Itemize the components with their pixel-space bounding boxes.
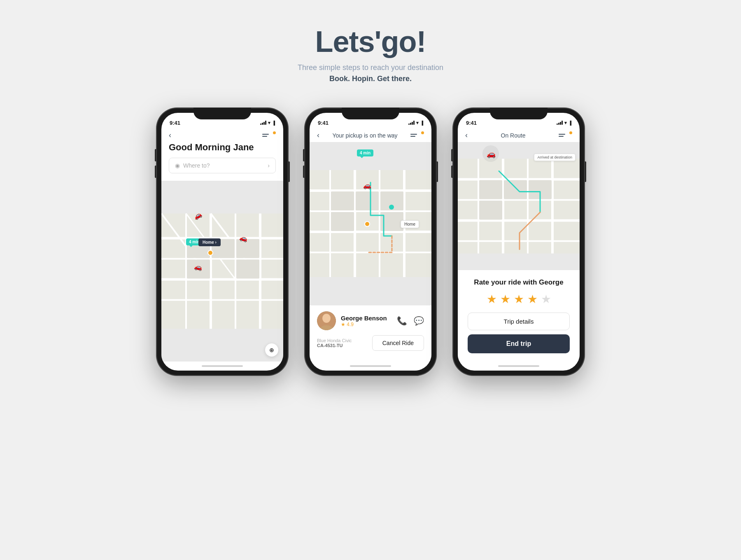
battery-icon-1: ▐ [272,121,275,125]
star-4[interactable]: ★ [527,292,538,306]
end-trip-button[interactable]: End trip [468,334,570,353]
star-2[interactable]: ★ [500,292,510,306]
driver-name: George Benson [341,315,392,322]
user-location-dot [207,250,213,256]
battery-icon-2: ▐ [420,121,423,125]
car-marker-3: 🚗 [194,262,203,271]
driver-rating: ★ 4.9 [341,322,392,327]
svg-rect-46 [479,201,502,220]
map-2: 4 min 🚗 Home [310,142,431,305]
driver-panel: George Benson ★ 4.9 📞 💬 Blue Honda Civic… [310,305,431,362]
rating-title: Rate your ride with George [468,278,570,287]
notch-1 [193,108,251,119]
nav-bar-2: ‹ Your pickup is on the way [310,128,431,142]
nav-title-2: Your pickup is on the way [332,132,397,139]
map-3: 🚗 Arrived at destination [458,142,580,270]
time-3: 9:41 [466,120,477,126]
arrow-icon: › [268,162,270,169]
wifi-icon-3: ▾ [564,120,567,126]
svg-rect-34 [458,159,580,254]
where-to-text: Where to? [183,162,264,169]
svg-rect-14 [236,239,259,258]
driver-avatar [317,311,336,330]
svg-rect-29 [331,212,354,231]
svg-rect-0 [161,214,283,329]
arrived-label: Arrived at destination [534,154,576,161]
svg-rect-43 [479,180,502,199]
stars-row[interactable]: ★ ★ ★ ★ ★ [468,292,570,306]
back-button-1[interactable]: ‹ [169,131,171,140]
page-tagline: Book. Hopin. Get there. [298,75,443,83]
home-label-1: Home › [203,240,217,245]
phone1-content: Good Morning Jane ◉ Where to? › [161,142,283,181]
svg-rect-27 [356,191,379,210]
wifi-icon-2: ▾ [416,120,419,126]
time-1: 9:41 [170,120,180,126]
nav-title-3: On Route [501,132,526,139]
where-to-input[interactable]: ◉ Where to? › [169,158,276,173]
page-subtitle: Three simple steps to reach your destina… [298,63,443,72]
page-header: Lets'go! Three simple steps to reach you… [298,25,443,83]
home-indicator-2 [350,365,391,367]
svg-point-32 [322,314,331,323]
notch-3 [490,108,548,119]
rating-panel: Rate your ride with George ★ ★ ★ ★ ★ Tri… [458,270,580,362]
pickup-dot [389,205,394,210]
cancel-ride-button[interactable]: Cancel Ride [372,335,424,351]
phone-3: 9:41 ▾ ▐ ‹ On Route [453,108,585,376]
car-name: Blue Honda Civic [317,338,352,343]
home-indicator-1 [202,365,243,367]
phones-container: 9:41 ▾ ▐ ‹ [156,108,585,376]
svg-rect-26 [331,191,354,210]
phone-action-icon[interactable]: 📞 [397,316,407,326]
home-label-2: Home [401,220,419,228]
car-plate: CA-4531-TU [317,343,352,348]
home-dot [364,221,370,227]
nav-bar-3: ‹ On Route [458,128,580,142]
home-button-1[interactable]: Home › [198,238,221,246]
menu-button-3[interactable] [559,134,572,137]
notch-2 [342,108,399,119]
wifi-icon-1: ▾ [268,120,270,126]
page-title: Lets'go! [298,25,443,58]
back-button-3[interactable]: ‹ [465,131,468,140]
trip-details-button[interactable]: Trip details [468,313,570,330]
menu-button-1[interactable] [262,134,276,137]
battery-icon-3: ▐ [569,121,571,125]
map-1: 4 min Home › 🚗 🚗 🚗 ⊕ [161,181,283,362]
message-action-icon[interactable]: 💬 [414,316,424,326]
driver-avatar-image [317,311,336,330]
star-5[interactable]: ★ [541,292,551,306]
greeting-text: Good Morning Jane [169,142,276,153]
nav-bar-1: ‹ [161,128,283,142]
location-button[interactable]: ⊕ [265,343,278,357]
star-1[interactable]: ★ [487,292,497,306]
back-button-2[interactable]: ‹ [317,131,319,140]
phone-1: 9:41 ▾ ▐ ‹ [156,108,288,376]
car-marker-p2: 🚗 [363,182,371,189]
menu-button-2[interactable] [410,134,424,137]
pin-icon: ◉ [175,162,180,169]
time-2: 9:41 [318,120,329,126]
svg-rect-16 [236,260,259,279]
map-tag-2: 4 min [357,149,373,156]
star-3[interactable]: ★ [514,292,524,306]
phone-2: 9:41 ▾ ▐ ‹ Your pickup is on the way [305,108,436,376]
svg-rect-44 [504,180,527,199]
car-marker-p3: 🚗 [487,149,496,159]
home-indicator-3 [498,365,539,367]
